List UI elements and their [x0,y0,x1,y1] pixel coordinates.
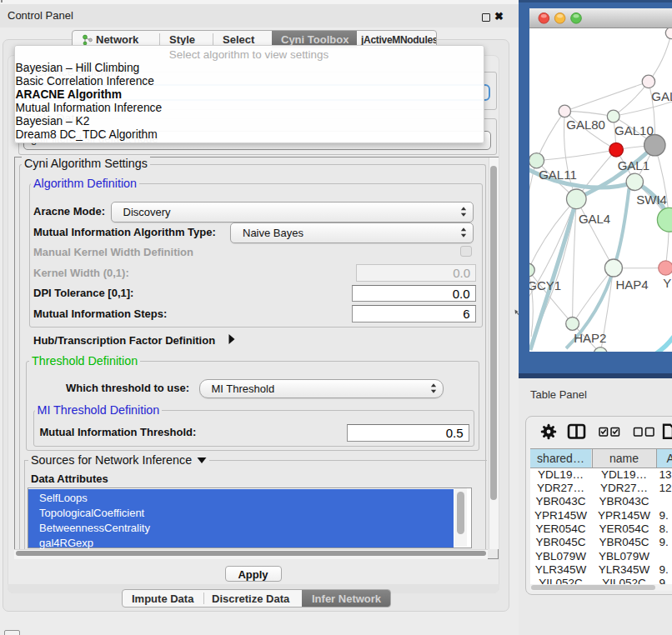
svg-text:GAL80: GAL80 [566,118,605,132]
svg-text:GAL10: GAL10 [614,124,654,138]
svg-text:Y: Y [663,277,671,291]
svg-text:GAL7: GAL7 [651,89,672,103]
svg-text:GAL11: GAL11 [539,168,577,182]
svg-text:GAL4: GAL4 [579,212,610,226]
svg-text:SWI4: SWI4 [636,192,667,207]
svg-text:GAL1: GAL1 [617,159,649,173]
svg-text:HAP4: HAP4 [615,278,648,292]
svg-text:GCY1: GCY1 [529,279,561,293]
svg-text:HAP2: HAP2 [574,332,606,346]
